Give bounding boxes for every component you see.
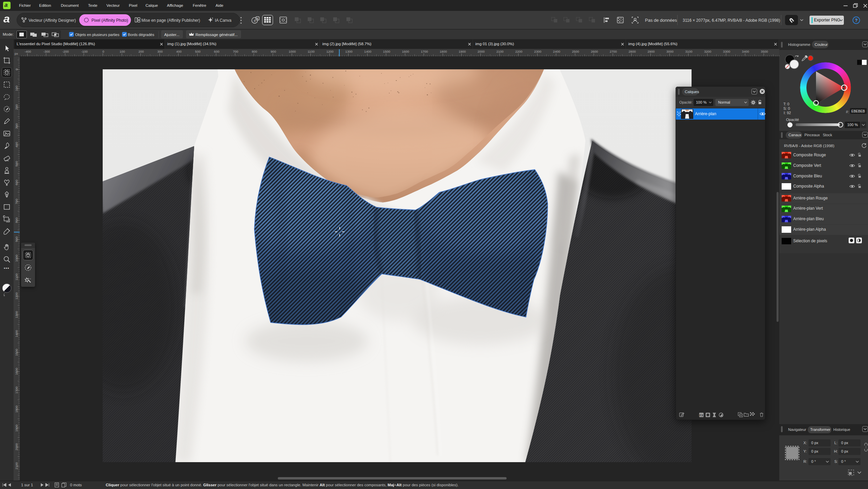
svg-text:FX: FX xyxy=(699,414,703,417)
svg-text:?: ? xyxy=(855,18,858,23)
svg-text:a: a xyxy=(254,19,256,22)
svg-text:A: A xyxy=(257,17,258,20)
